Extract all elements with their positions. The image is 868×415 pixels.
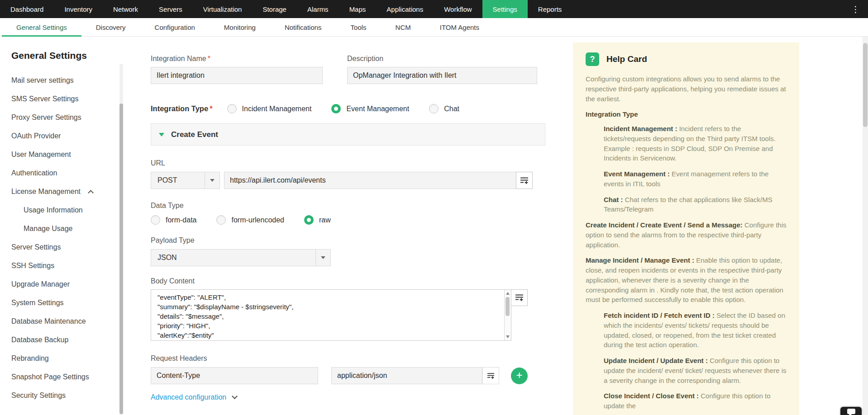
- sub-nav-item-tools[interactable]: Tools: [336, 18, 381, 36]
- payload-type-select[interactable]: JSON: [151, 249, 331, 266]
- scroll-up-arrow-icon[interactable]: [506, 292, 510, 295]
- sidebar-item-security-settings[interactable]: Security Settings: [0, 386, 136, 405]
- sidebar-scrollbar[interactable]: [119, 64, 123, 415]
- required-mark: *: [208, 55, 210, 62]
- top-nav-item-alarms[interactable]: Alarms: [297, 0, 339, 18]
- top-nav-item-servers[interactable]: Servers: [148, 0, 193, 18]
- help-section-term: Chat :: [604, 196, 623, 203]
- sidebar-item-label: Usage Information: [24, 206, 83, 214]
- page-scrollbar[interactable]: [863, 37, 868, 415]
- sidebar-item-label: Authentication: [11, 169, 57, 177]
- sidebar-item-user-management[interactable]: User Management: [0, 145, 136, 164]
- sub-nav-item-monitoring[interactable]: Monitoring: [210, 18, 270, 36]
- insert-variable-button[interactable]: [516, 172, 533, 189]
- create-event-title: Create Event: [171, 130, 218, 139]
- top-nav-item-network[interactable]: Network: [103, 0, 148, 18]
- top-nav-item-settings[interactable]: Settings: [482, 0, 528, 18]
- sidebar-item-database-maintenance[interactable]: Database Maintenance: [0, 312, 136, 330]
- add-header-button[interactable]: +: [511, 368, 528, 384]
- dropdown-arrow-icon: [205, 172, 219, 189]
- integration-type-radio-event-management[interactable]: Event Management: [331, 104, 409, 113]
- sidebar-item-rebranding[interactable]: Rebranding: [0, 349, 136, 368]
- sidebar-item-authentication[interactable]: Authentication: [0, 164, 136, 182]
- help-section: Update Incident / Update Event : Configu…: [604, 356, 787, 385]
- help-section-term: Create Incident / Create Event / Send a …: [586, 221, 743, 229]
- help-card-body: Configuring custom integrations allows y…: [586, 74, 787, 411]
- textarea-scrollbar-thumb[interactable]: [506, 297, 510, 316]
- top-nav-item-workflow[interactable]: Workflow: [434, 0, 482, 18]
- sidebar-scrollbar-thumb[interactable]: [119, 104, 123, 414]
- top-nav-item-applications[interactable]: Applications: [376, 0, 434, 18]
- sub-nav-item-general-settings[interactable]: General Settings: [2, 18, 81, 36]
- sub-nav-item-notifications[interactable]: Notifications: [270, 18, 336, 36]
- top-nav-item-maps[interactable]: Maps: [339, 0, 377, 18]
- sidebar-item-label: Manage Usage: [24, 225, 73, 233]
- description-input[interactable]: [347, 67, 537, 84]
- page-scrollbar-thumb[interactable]: [863, 43, 868, 127]
- sidebar-item-snapshot-page-settings[interactable]: Snapshot Page Settings: [0, 368, 136, 386]
- top-nav-item-virtualization[interactable]: Virtualization: [193, 0, 253, 18]
- http-method-select[interactable]: POST: [151, 172, 220, 189]
- radio-circle-icon: [429, 104, 439, 113]
- top-nav-item-reports[interactable]: Reports: [528, 0, 572, 18]
- chevron-down-icon: [232, 393, 238, 399]
- sidebar-item-label: User Management: [11, 151, 71, 159]
- sidebar-item-database-backup[interactable]: Database Backup: [0, 330, 136, 349]
- data-type-radio-form-urlencoded[interactable]: form-urlencoded: [216, 215, 284, 225]
- integration-name-group: Integration Name*: [151, 55, 323, 84]
- help-section: Chat : Chat refers to the chat applicati…: [604, 195, 787, 215]
- data-type-radio-form-data[interactable]: form-data: [151, 215, 196, 225]
- help-section-term: Update Incident / Update Event :: [604, 357, 708, 364]
- sub-nav-item-itom-agents[interactable]: ITOM Agents: [425, 18, 494, 36]
- insert-variable-button[interactable]: [511, 289, 528, 306]
- sidebar-item-sms-server-settings[interactable]: SMS Server Settings: [0, 90, 136, 108]
- advanced-configuration-link[interactable]: Advanced configuration: [151, 393, 237, 401]
- top-nav-item-inventory[interactable]: Inventory: [54, 0, 103, 18]
- sidebar-item-upgrade-manager[interactable]: Upgrade Manager: [0, 275, 136, 293]
- help-section: Create Incident / Create Event / Send a …: [586, 220, 787, 250]
- create-event-section-header[interactable]: Create Event: [151, 123, 545, 146]
- textarea-scrollbar[interactable]: [504, 290, 511, 340]
- sub-nav-item-ncm[interactable]: NCM: [381, 18, 425, 36]
- integration-type-label: Integration Type*: [151, 104, 213, 113]
- sidebar-item-system-settings[interactable]: System Settings: [0, 293, 136, 312]
- top-nav-item-dashboard[interactable]: Dashboard: [0, 0, 54, 18]
- help-card-title: Help Card: [606, 54, 647, 64]
- sidebar-item-label: License Management: [11, 188, 81, 196]
- url-input[interactable]: [224, 172, 516, 189]
- top-nav: DashboardInventoryNetworkServersVirtuali…: [0, 0, 868, 18]
- sub-nav-item-discovery[interactable]: Discovery: [81, 18, 140, 36]
- top-nav-item-storage[interactable]: Storage: [252, 0, 297, 18]
- sidebar-item-proxy-server-settings[interactable]: Proxy Server Settings: [0, 108, 136, 127]
- integration-type-radio-chat[interactable]: Chat: [429, 104, 459, 113]
- insert-variable-button[interactable]: [482, 368, 499, 384]
- sidebar-item-ssh-settings[interactable]: SSH Settings: [0, 256, 136, 275]
- sub-nav: General SettingsDiscoveryConfigurationMo…: [0, 18, 868, 37]
- help-section: Incident Management : Incident refers to…: [604, 124, 787, 163]
- sidebar-item-license-management[interactable]: License Management: [0, 182, 136, 201]
- sidebar-item-manage-usage[interactable]: Manage Usage: [0, 219, 136, 238]
- chat-bubble-icon: [847, 409, 855, 414]
- sidebar-item-server-settings[interactable]: Server Settings: [0, 238, 136, 256]
- header-name-input[interactable]: [151, 367, 318, 384]
- sidebar-item-label: Database Maintenance: [11, 317, 86, 325]
- sub-nav-item-configuration[interactable]: Configuration: [140, 18, 210, 36]
- list-plus-icon: [520, 177, 529, 184]
- more-menu-icon[interactable]: ⋮: [843, 0, 868, 18]
- help-section-text: Chat refers to the chat applications lik…: [604, 196, 773, 213]
- radio-label: Chat: [444, 105, 459, 113]
- body-content-textarea[interactable]: "eventType": "ALERT","summary": "$displa…: [151, 289, 511, 341]
- sidebar-item-usage-information[interactable]: Usage Information: [0, 201, 136, 219]
- scroll-down-arrow-icon[interactable]: [506, 335, 510, 338]
- help-section-term: Close Incident / Close Event :: [604, 392, 699, 400]
- data-type-radio-raw[interactable]: raw: [304, 215, 331, 225]
- integration-name-input[interactable]: [151, 67, 323, 84]
- sidebar-item-label: Upgrade Manager: [11, 280, 70, 288]
- integration-type-radio-incident-management[interactable]: Incident Management: [227, 104, 312, 113]
- header-value-input[interactable]: [332, 368, 482, 384]
- assistant-chat-button[interactable]: [840, 407, 862, 415]
- sidebar-item-oauth-provider[interactable]: OAuth Provider: [0, 127, 136, 145]
- sidebar-item-mail-server-settings[interactable]: Mail server settings: [0, 71, 136, 90]
- help-card-header: ? Help Card: [586, 52, 787, 66]
- header-value-field: [331, 367, 499, 384]
